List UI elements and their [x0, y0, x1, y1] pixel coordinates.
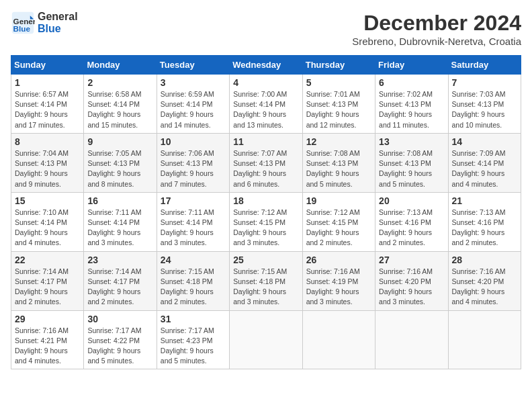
header-wednesday: Wednesday [230, 56, 302, 75]
calendar-cell: 9Sunrise: 7:05 AMSunset: 4:13 PMDaylight… [84, 133, 157, 192]
day-number: 17 [161, 195, 226, 206]
day-info: Sunrise: 7:16 AMSunset: 4:21 PMDaylight:… [15, 326, 80, 367]
day-info: Sunrise: 7:00 AMSunset: 4:14 PMDaylight:… [233, 89, 298, 130]
calendar-cell: 30Sunrise: 7:17 AMSunset: 4:22 PMDayligh… [84, 310, 157, 369]
page-header: General Blue General Blue December 2024 … [11, 11, 521, 47]
calendar-cell: 25Sunrise: 7:15 AMSunset: 4:18 PMDayligh… [230, 251, 302, 310]
day-info: Sunrise: 7:12 AMSunset: 4:15 PMDaylight:… [233, 208, 298, 248]
calendar-cell: 2Sunrise: 6:58 AMSunset: 4:14 PMDaylight… [84, 75, 157, 134]
day-info: Sunrise: 7:14 AMSunset: 4:17 PMDaylight:… [87, 267, 152, 308]
day-number: 22 [15, 255, 80, 265]
calendar-cell: 16Sunrise: 7:11 AMSunset: 4:14 PMDayligh… [84, 192, 157, 251]
day-number: 25 [233, 255, 298, 265]
day-info: Sunrise: 7:13 AMSunset: 4:16 PMDaylight:… [379, 208, 444, 248]
calendar-cell: 1Sunrise: 6:57 AMSunset: 4:14 PMDaylight… [11, 75, 84, 134]
day-info: Sunrise: 7:10 AMSunset: 4:14 PMDaylight:… [15, 208, 80, 248]
calendar-cell: 10Sunrise: 7:06 AMSunset: 4:13 PMDayligh… [157, 133, 229, 192]
day-number: 16 [87, 195, 152, 206]
calendar-cell: 3Sunrise: 6:59 AMSunset: 4:14 PMDaylight… [157, 75, 229, 134]
header-sunday: Sunday [11, 56, 84, 75]
calendar-cell: 18Sunrise: 7:12 AMSunset: 4:15 PMDayligh… [230, 192, 302, 251]
day-number: 14 [452, 136, 517, 147]
day-number: 6 [379, 77, 444, 88]
day-number: 11 [233, 136, 298, 147]
day-info: Sunrise: 7:12 AMSunset: 4:15 PMDaylight:… [306, 208, 371, 248]
calendar-cell: 8Sunrise: 7:04 AMSunset: 4:13 PMDaylight… [11, 133, 84, 192]
day-info: Sunrise: 7:17 AMSunset: 4:22 PMDaylight:… [87, 326, 152, 367]
day-number: 5 [306, 77, 371, 88]
day-number: 31 [161, 314, 226, 324]
day-info: Sunrise: 7:16 AMSunset: 4:19 PMDaylight:… [306, 267, 371, 308]
day-number: 28 [452, 255, 517, 265]
logo-icon: General Blue [11, 11, 35, 35]
month-title: December 2024 [352, 11, 521, 36]
day-info: Sunrise: 6:59 AMSunset: 4:14 PMDaylight:… [161, 89, 226, 130]
day-number: 13 [379, 136, 444, 147]
calendar-cell: 5Sunrise: 7:01 AMSunset: 4:13 PMDaylight… [302, 75, 375, 134]
day-info: Sunrise: 7:09 AMSunset: 4:14 PMDaylight:… [452, 148, 517, 189]
day-info: Sunrise: 7:05 AMSunset: 4:13 PMDaylight:… [87, 148, 152, 189]
day-info: Sunrise: 7:16 AMSunset: 4:20 PMDaylight:… [452, 267, 517, 308]
svg-text:Blue: Blue [13, 24, 31, 33]
calendar-cell: 29Sunrise: 7:16 AMSunset: 4:21 PMDayligh… [11, 310, 84, 369]
day-number: 26 [306, 255, 371, 265]
day-number: 20 [379, 195, 444, 206]
week-row-3: 15Sunrise: 7:10 AMSunset: 4:14 PMDayligh… [11, 192, 521, 251]
day-number: 3 [161, 77, 226, 88]
calendar-cell: 23Sunrise: 7:14 AMSunset: 4:17 PMDayligh… [84, 251, 157, 310]
day-number: 19 [306, 195, 371, 206]
day-number: 15 [15, 195, 80, 206]
day-number: 12 [306, 136, 371, 147]
calendar-cell: 27Sunrise: 7:16 AMSunset: 4:20 PMDayligh… [375, 251, 448, 310]
calendar-cell: 19Sunrise: 7:12 AMSunset: 4:15 PMDayligh… [302, 192, 375, 251]
day-number: 30 [87, 314, 152, 324]
calendar-cell: 6Sunrise: 7:02 AMSunset: 4:13 PMDaylight… [375, 75, 448, 134]
day-info: Sunrise: 7:06 AMSunset: 4:13 PMDaylight:… [161, 148, 226, 189]
day-info: Sunrise: 7:11 AMSunset: 4:14 PMDaylight:… [161, 208, 226, 248]
calendar-cell: 17Sunrise: 7:11 AMSunset: 4:14 PMDayligh… [157, 192, 229, 251]
day-info: Sunrise: 7:03 AMSunset: 4:13 PMDaylight:… [452, 89, 517, 130]
calendar-cell: 12Sunrise: 7:08 AMSunset: 4:13 PMDayligh… [302, 133, 375, 192]
day-info: Sunrise: 7:17 AMSunset: 4:23 PMDaylight:… [161, 326, 226, 367]
day-number: 29 [15, 314, 80, 324]
day-info: Sunrise: 7:14 AMSunset: 4:17 PMDaylight:… [15, 267, 80, 308]
day-number: 21 [452, 195, 517, 206]
day-info: Sunrise: 7:15 AMSunset: 4:18 PMDaylight:… [161, 267, 226, 308]
day-number: 23 [87, 255, 152, 265]
day-info: Sunrise: 7:02 AMSunset: 4:13 PMDaylight:… [379, 89, 444, 130]
day-number: 8 [15, 136, 80, 147]
day-number: 4 [233, 77, 298, 88]
header-thursday: Thursday [302, 56, 375, 75]
calendar-cell: 21Sunrise: 7:13 AMSunset: 4:16 PMDayligh… [448, 192, 521, 251]
header-tuesday: Tuesday [157, 56, 229, 75]
header-friday: Friday [375, 56, 448, 75]
calendar-cell [302, 310, 375, 369]
day-number: 7 [452, 77, 517, 88]
day-info: Sunrise: 7:15 AMSunset: 4:18 PMDaylight:… [233, 267, 298, 308]
calendar-cell [448, 310, 521, 369]
calendar-cell: 7Sunrise: 7:03 AMSunset: 4:13 PMDaylight… [448, 75, 521, 134]
day-info: Sunrise: 7:11 AMSunset: 4:14 PMDaylight:… [87, 208, 152, 248]
calendar-cell: 26Sunrise: 7:16 AMSunset: 4:19 PMDayligh… [302, 251, 375, 310]
calendar-cell: 15Sunrise: 7:10 AMSunset: 4:14 PMDayligh… [11, 192, 84, 251]
calendar-cell: 20Sunrise: 7:13 AMSunset: 4:16 PMDayligh… [375, 192, 448, 251]
calendar-header-row: SundayMondayTuesdayWednesdayThursdayFrid… [11, 56, 521, 75]
calendar-cell [230, 310, 302, 369]
day-info: Sunrise: 7:16 AMSunset: 4:20 PMDaylight:… [379, 267, 444, 308]
week-row-1: 1Sunrise: 6:57 AMSunset: 4:14 PMDaylight… [11, 75, 521, 134]
calendar-cell: 13Sunrise: 7:08 AMSunset: 4:13 PMDayligh… [375, 133, 448, 192]
day-info: Sunrise: 7:01 AMSunset: 4:13 PMDaylight:… [306, 89, 371, 130]
day-number: 27 [379, 255, 444, 265]
header-monday: Monday [84, 56, 157, 75]
logo: General Blue General Blue [11, 11, 78, 36]
week-row-5: 29Sunrise: 7:16 AMSunset: 4:21 PMDayligh… [11, 310, 521, 369]
calendar-cell: 4Sunrise: 7:00 AMSunset: 4:14 PMDaylight… [230, 75, 302, 134]
location: Srebreno, Dubrovnik-Neretva, Croatia [352, 36, 521, 47]
calendar-cell: 11Sunrise: 7:07 AMSunset: 4:13 PMDayligh… [230, 133, 302, 192]
day-number: 9 [87, 136, 152, 147]
calendar-cell: 24Sunrise: 7:15 AMSunset: 4:18 PMDayligh… [157, 251, 229, 310]
day-info: Sunrise: 6:58 AMSunset: 4:14 PMDaylight:… [87, 89, 152, 130]
day-number: 10 [161, 136, 226, 147]
day-info: Sunrise: 7:08 AMSunset: 4:13 PMDaylight:… [379, 148, 444, 189]
header-saturday: Saturday [448, 56, 521, 75]
